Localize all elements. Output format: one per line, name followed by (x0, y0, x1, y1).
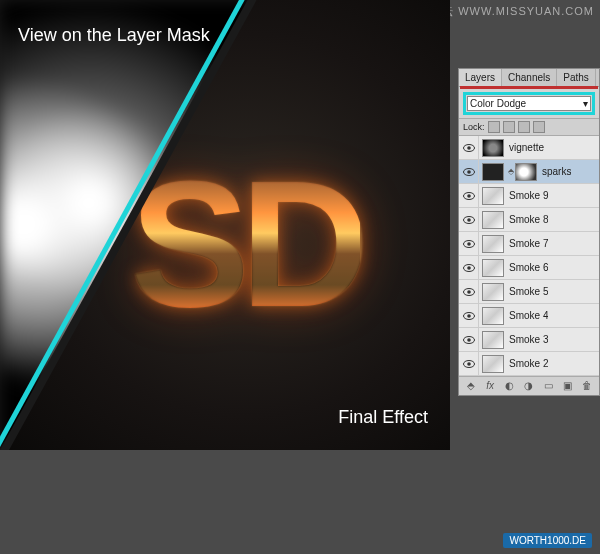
visibility-eye-icon[interactable] (459, 136, 479, 159)
layer-mask-thumbnail[interactable] (515, 163, 537, 181)
svg-point-12 (467, 266, 471, 270)
layer-name-label: sparks (540, 166, 571, 177)
layer-row[interactable]: Smoke 9 (459, 184, 599, 208)
layer-thumbnail[interactable] (482, 187, 504, 205)
lock-pixels-icon[interactable] (503, 121, 515, 133)
svg-point-16 (467, 314, 471, 318)
lock-position-icon[interactable] (518, 121, 530, 133)
layer-thumbnail[interactable] (482, 211, 504, 229)
layer-name-label: Smoke 7 (507, 238, 548, 249)
svg-point-8 (467, 218, 471, 222)
mask-link-icon[interactable]: ⬘ (507, 167, 515, 176)
lock-row: Lock: (459, 119, 599, 136)
layer-name-label: vignette (507, 142, 544, 153)
layer-row[interactable]: ⬘sparks (459, 160, 599, 184)
watermark-bottom: WORTH1000.DE (503, 533, 592, 548)
blend-mode-value: Color Dodge (470, 98, 526, 109)
svg-point-6 (467, 194, 471, 198)
layer-thumbnail[interactable] (482, 355, 504, 373)
svg-point-18 (467, 338, 471, 342)
lock-transparency-icon[interactable] (488, 121, 500, 133)
layer-thumbnail[interactable] (482, 259, 504, 277)
layer-row[interactable]: vignette (459, 136, 599, 160)
visibility-eye-icon[interactable] (459, 232, 479, 255)
layers-panel: Layers Channels Paths Color Dodge ▾ Lock… (458, 68, 600, 396)
label-final-effect: Final Effect (338, 407, 428, 428)
layer-row[interactable]: Smoke 7 (459, 232, 599, 256)
mask-icon[interactable]: ◐ (503, 380, 517, 392)
tab-paths[interactable]: Paths (557, 69, 596, 86)
tab-channels[interactable]: Channels (502, 69, 557, 86)
red-annotation-bar (460, 86, 598, 89)
layer-name-label: Smoke 5 (507, 286, 548, 297)
tab-layers[interactable]: Layers (459, 69, 502, 86)
layer-thumbnail[interactable] (482, 139, 504, 157)
layer-thumbnail[interactable] (482, 235, 504, 253)
layer-row[interactable]: Smoke 8 (459, 208, 599, 232)
fx-icon[interactable]: fx (483, 380, 497, 392)
group-icon[interactable]: ▭ (541, 380, 555, 392)
document-canvas: SD View on the Layer Mask Final Effect (0, 0, 450, 450)
layer-thumbnail[interactable] (482, 163, 504, 181)
panel-controls: Color Dodge ▾ (459, 87, 599, 119)
visibility-eye-icon[interactable] (459, 352, 479, 375)
layer-thumbnail[interactable] (482, 331, 504, 349)
svg-point-4 (467, 170, 471, 174)
blend-mode-highlight: Color Dodge ▾ (463, 92, 595, 115)
layer-name-label: Smoke 2 (507, 358, 548, 369)
adjustment-icon[interactable]: ◑ (522, 380, 536, 392)
lock-all-icon[interactable] (533, 121, 545, 133)
svg-point-14 (467, 290, 471, 294)
layer-name-label: Smoke 3 (507, 334, 548, 345)
label-mask-view: View on the Layer Mask (18, 25, 210, 46)
visibility-eye-icon[interactable] (459, 208, 479, 231)
visibility-eye-icon[interactable] (459, 256, 479, 279)
visibility-eye-icon[interactable] (459, 160, 479, 183)
lock-label: Lock: (463, 122, 485, 132)
layer-name-label: Smoke 6 (507, 262, 548, 273)
layer-row[interactable]: Smoke 5 (459, 280, 599, 304)
svg-point-2 (467, 146, 471, 150)
layer-row[interactable]: Smoke 4 (459, 304, 599, 328)
layer-thumbnail[interactable] (482, 307, 504, 325)
svg-point-20 (467, 362, 471, 366)
layer-row[interactable]: Smoke 3 (459, 328, 599, 352)
visibility-eye-icon[interactable] (459, 280, 479, 303)
layer-name-label: Smoke 9 (507, 190, 548, 201)
new-icon[interactable]: ▣ (561, 380, 575, 392)
layer-thumbnail[interactable] (482, 283, 504, 301)
panel-tabs: Layers Channels Paths (459, 69, 599, 87)
link-icon[interactable]: ⬘ (464, 380, 478, 392)
visibility-eye-icon[interactable] (459, 184, 479, 207)
trash-icon[interactable]: 🗑 (580, 380, 594, 392)
visibility-eye-icon[interactable] (459, 304, 479, 327)
svg-point-10 (467, 242, 471, 246)
layer-row[interactable]: Smoke 2 (459, 352, 599, 376)
layer-name-label: Smoke 4 (507, 310, 548, 321)
effect-text: SD (130, 140, 360, 347)
visibility-eye-icon[interactable] (459, 328, 479, 351)
blend-mode-select[interactable]: Color Dodge ▾ (467, 96, 591, 111)
layer-name-label: Smoke 8 (507, 214, 548, 225)
panel-footer: ⬘ fx ◐ ◑ ▭ ▣ 🗑 (459, 376, 599, 395)
layer-list: vignette⬘sparksSmoke 9Smoke 8Smoke 7Smok… (459, 136, 599, 376)
layer-row[interactable]: Smoke 6 (459, 256, 599, 280)
dropdown-icon: ▾ (583, 98, 588, 109)
